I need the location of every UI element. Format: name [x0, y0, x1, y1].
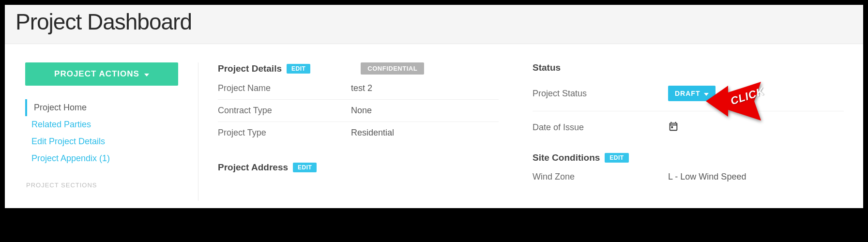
date-of-issue-label: Date of Issue — [533, 122, 668, 133]
site-conditions-title: Site Conditions — [533, 152, 600, 163]
wind-zone-label: Wind Zone — [533, 172, 668, 182]
status-row: Project Status DRAFT — [533, 76, 844, 111]
project-details-header: Project Details EDIT CONFIDENTIAL — [218, 62, 499, 75]
project-status-label: Project Status — [533, 89, 668, 99]
edit-project-address-button[interactable]: EDIT — [293, 163, 317, 172]
wind-zone-value: L - Low Wind Speed — [668, 172, 844, 182]
page-title: Project Dashboard — [15, 9, 853, 35]
header: Project Dashboard — [5, 5, 863, 44]
edit-site-conditions-button[interactable]: EDIT — [605, 153, 628, 163]
details-label: Project Type — [218, 128, 351, 138]
site-conditions-header: Site Conditions EDIT — [533, 152, 844, 163]
calendar-icon[interactable] — [668, 121, 679, 134]
sidebar-item-project-home[interactable]: Project Home — [25, 99, 184, 116]
details-value: None — [351, 106, 499, 116]
status-header: Status — [533, 62, 844, 73]
sidebar-section-header: PROJECT SECTIONS — [25, 182, 184, 189]
project-actions-button[interactable]: PROJECT ACTIONS — [25, 62, 178, 86]
details-value: Residential — [351, 128, 499, 138]
project-details-title: Project Details — [218, 63, 282, 74]
details-row: Project Type Residential — [218, 122, 499, 144]
details-column: Project Details EDIT CONFIDENTIAL Projec… — [218, 62, 499, 201]
details-row: Contract Type None — [218, 100, 499, 122]
project-address-header: Project Address EDIT — [218, 162, 499, 173]
details-row: Project Name test 2 — [218, 77, 499, 100]
project-actions-label: PROJECT ACTIONS — [54, 69, 139, 79]
status-row: Date of Issue — [533, 111, 844, 144]
site-row: Wind Zone L - Low Wind Speed — [533, 166, 844, 188]
sidebar-item-related-parties[interactable]: Related Parties — [25, 116, 184, 133]
sidebar: PROJECT ACTIONS Project Home Related Par… — [5, 62, 198, 201]
sidebar-item-edit-project-details[interactable]: Edit Project Details — [25, 133, 184, 150]
sidebar-nav: Project Home Related Parties Edit Projec… — [25, 99, 184, 167]
details-value: test 2 — [351, 83, 499, 93]
status-title: Status — [533, 62, 561, 73]
status-column: Status Project Status DRAFT Date of Issu… — [533, 62, 844, 201]
project-address-title: Project Address — [218, 162, 288, 173]
details-label: Project Name — [218, 83, 351, 93]
draft-status-button[interactable]: DRAFT — [668, 86, 716, 101]
confidential-badge: CONFIDENTIAL — [361, 62, 424, 75]
chevron-down-icon — [144, 74, 149, 76]
details-label: Contract Type — [218, 106, 351, 116]
edit-project-details-button[interactable]: EDIT — [287, 64, 310, 74]
sidebar-item-project-appendix[interactable]: Project Appendix (1) — [25, 150, 184, 167]
chevron-down-icon — [704, 93, 709, 96]
main: Project Details EDIT CONFIDENTIAL Projec… — [198, 62, 863, 201]
draft-status-label: DRAFT — [675, 90, 700, 97]
